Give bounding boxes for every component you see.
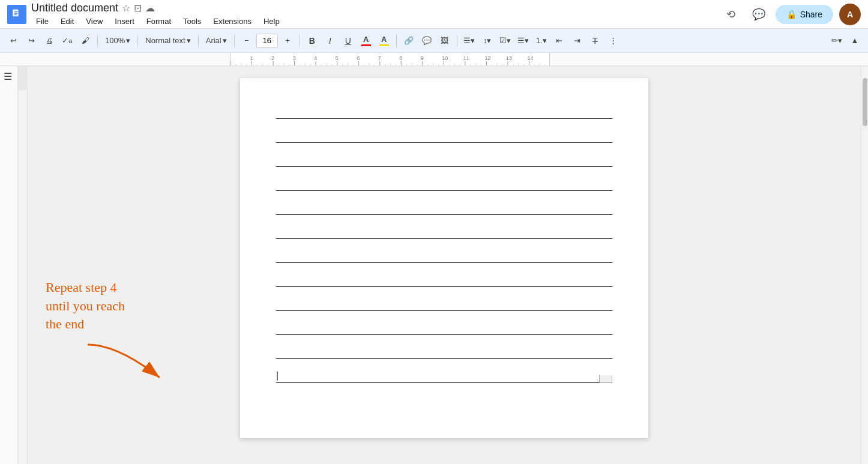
outline-icon[interactable]: ☰ <box>4 71 12 82</box>
doc-line-1[interactable] <box>276 102 612 119</box>
svg-text:5: 5 <box>336 55 339 61</box>
collapse-toolbar-button[interactable]: ▲ <box>846 32 863 49</box>
menu-insert[interactable]: Insert <box>110 16 139 27</box>
svg-text:10: 10 <box>442 55 448 61</box>
menu-edit[interactable]: Edit <box>56 16 79 27</box>
menu-help[interactable]: Help <box>259 16 285 27</box>
svg-text:13: 13 <box>506 55 512 61</box>
font-size-input[interactable] <box>256 34 278 48</box>
menu-format[interactable]: Format <box>142 16 176 27</box>
comment-button[interactable]: 💬 <box>418 32 435 49</box>
menu-view[interactable]: View <box>81 16 107 27</box>
doc-line-8[interactable] <box>276 270 612 287</box>
share-button[interactable]: 🔒 Share <box>776 5 833 24</box>
folder-icon[interactable]: ⊡ <box>134 2 142 14</box>
separator-1 <box>97 35 98 47</box>
doc-line-4[interactable] <box>276 174 612 191</box>
text-color-button[interactable]: A <box>358 32 375 49</box>
text-color-bar <box>361 44 371 46</box>
doc-line-5[interactable] <box>276 198 612 215</box>
ruler-left-margin <box>0 53 230 65</box>
svg-text:4: 4 <box>314 55 317 61</box>
doc-title[interactable]: Untitled document <box>31 2 118 14</box>
italic-button[interactable]: I <box>322 32 339 49</box>
svg-text:12: 12 <box>484 55 490 61</box>
style-chevron-icon: ▾ <box>187 36 191 45</box>
svg-text:1: 1 <box>250 55 253 61</box>
menu-file[interactable]: File <box>31 16 53 27</box>
star-icon[interactable]: ☆ <box>122 2 130 14</box>
ruler-main: // inline SVG ticks rendered via JS belo… <box>230 53 550 65</box>
undo-button[interactable]: ↩ <box>5 32 22 49</box>
clear-format-button[interactable]: T̶ <box>587 32 604 49</box>
doc-line-3[interactable] <box>276 150 612 167</box>
svg-text:11: 11 <box>463 55 469 61</box>
menu-tools[interactable]: Tools <box>178 16 206 27</box>
indent-dec-button[interactable]: ⇤ <box>551 32 568 49</box>
underline-button[interactable]: U <box>340 32 357 49</box>
edit-pencil-button[interactable]: ✏▾ <box>828 32 845 49</box>
spellcheck-button[interactable]: ✓a <box>59 32 76 49</box>
bullets-button[interactable]: ☰▾ <box>515 32 532 49</box>
lock-icon: 🔒 <box>786 10 797 19</box>
separator-7 <box>457 35 457 47</box>
highlight-label: A <box>381 35 387 44</box>
menu-extensions[interactable]: Extensions <box>208 16 256 27</box>
increase-font-button[interactable]: + <box>279 32 296 49</box>
linespace-button[interactable]: ↕▾ <box>479 32 496 49</box>
vertical-ruler <box>18 66 28 464</box>
toolbar: ↩ ↪ 🖨 ✓a 🖌 100% ▾ Normal text ▾ Arial ▾ … <box>0 29 868 53</box>
scroll-thumb[interactable] <box>863 78 867 126</box>
svg-rect-1 <box>14 11 18 12</box>
zoom-chevron-icon: ▾ <box>126 36 130 45</box>
doc-line-9[interactable] <box>276 294 612 311</box>
zoom-dropdown[interactable]: 100% ▾ <box>101 32 134 49</box>
doc-line-11[interactable] <box>276 342 612 359</box>
style-dropdown[interactable]: Normal text ▾ <box>142 32 194 49</box>
avatar[interactable]: A <box>839 4 861 25</box>
separator-2 <box>137 35 138 47</box>
content-area[interactable]: Repeat step 4 until you reach the end <box>28 66 861 464</box>
redo-button[interactable]: ↪ <box>23 32 40 49</box>
paintformat-button[interactable]: 🖌 <box>77 32 94 49</box>
decrease-font-button[interactable]: − <box>238 32 255 49</box>
svg-rect-3 <box>14 14 17 15</box>
font-value: Arial <box>206 36 222 45</box>
link-button[interactable]: 🔗 <box>400 32 417 49</box>
svg-text:8: 8 <box>399 55 402 61</box>
align-button[interactable]: ☰▾ <box>461 32 478 49</box>
more-button[interactable]: ⋮ <box>605 32 622 49</box>
doc-line-6[interactable] <box>276 222 612 239</box>
doc-line-12[interactable] <box>276 366 612 383</box>
text-color-label: A <box>363 35 369 44</box>
doc-line-2[interactable] <box>276 126 612 143</box>
comments-button[interactable]: 💬 <box>748 4 770 25</box>
annotation-arrow <box>82 339 178 387</box>
svg-text:7: 7 <box>378 55 381 61</box>
print-button[interactable]: 🖨 <box>41 32 58 49</box>
history-button[interactable]: ⟲ <box>720 4 742 25</box>
bold-button[interactable]: B <box>304 32 321 49</box>
svg-text:14: 14 <box>527 55 533 61</box>
numbered-button[interactable]: 1.▾ <box>533 32 550 49</box>
svg-text:6: 6 <box>357 55 360 61</box>
doc-line-10[interactable] <box>276 318 612 335</box>
annotation-line2: until you reach <box>46 297 178 316</box>
separator-4 <box>234 35 235 47</box>
annotation-line1: Repeat step 4 <box>46 279 178 297</box>
svg-rect-79 <box>18 66 28 90</box>
highlight-bar <box>379 44 389 46</box>
font-dropdown[interactable]: Arial ▾ <box>202 32 231 49</box>
image-button[interactable]: 🖼 <box>436 32 453 49</box>
doc-line-7[interactable] <box>276 246 612 263</box>
doc-lines-container <box>276 102 612 383</box>
style-value: Normal text <box>145 36 185 45</box>
ruler-area: // inline SVG ticks rendered via JS belo… <box>0 53 868 66</box>
menu-bar: File Edit View Insert Format Tools Exten… <box>31 16 720 27</box>
annotation-line3: the end <box>46 315 178 334</box>
doc-page[interactable] <box>240 78 648 438</box>
checklist-button[interactable]: ☑▾ <box>497 32 514 49</box>
indent-inc-button[interactable]: ⇥ <box>569 32 586 49</box>
highlight-button[interactable]: A <box>376 32 393 49</box>
right-scrollbar[interactable] <box>861 66 868 464</box>
